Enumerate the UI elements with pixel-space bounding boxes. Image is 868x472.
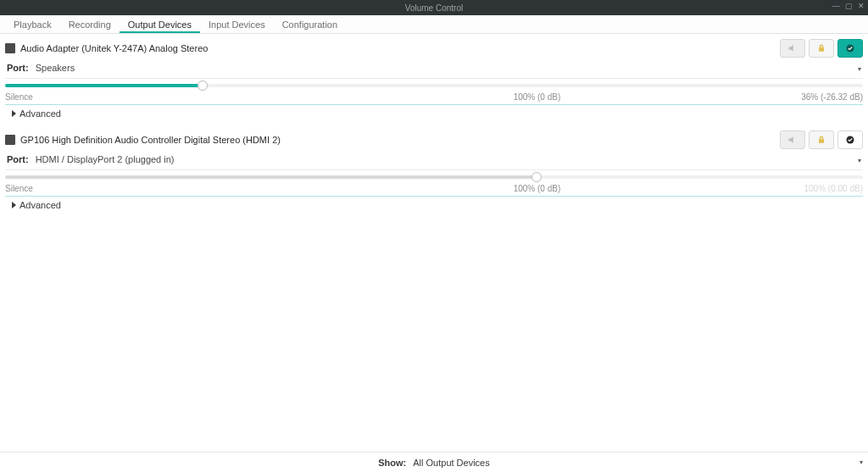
set-default-button[interactable] <box>837 39 863 58</box>
slider-base-label: 100% (0 dB) <box>514 92 561 102</box>
tab-output-devices[interactable]: Output Devices <box>120 15 200 33</box>
check-circle-icon <box>845 43 855 53</box>
footer-filter[interactable]: Show: All Output Devices ▾ <box>0 452 868 472</box>
advanced-label: Advanced <box>19 200 61 210</box>
slider-min-label: Silence <box>5 184 33 193</box>
audio-card-icon <box>5 135 15 145</box>
output-device: GP106 High Definition Audio Controller D… <box>0 125 868 217</box>
window-maximize-icon[interactable]: ▢ <box>845 2 853 10</box>
audio-card-icon <box>5 43 15 53</box>
volume-slider[interactable]: Silence 100% (0 dB) 100% (0.00 dB) <box>5 169 863 197</box>
tab-recording[interactable]: Recording <box>60 15 120 33</box>
chevron-down-icon[interactable]: ▾ <box>860 458 863 466</box>
mute-button[interactable] <box>780 39 805 58</box>
volume-mute-icon <box>787 43 798 53</box>
slider-min-label: Silence <box>5 92 33 102</box>
window-title: Volume Control <box>405 3 463 13</box>
device-title: GP106 High Definition Audio Controller D… <box>20 135 281 145</box>
show-value: All Output Devices <box>413 458 489 468</box>
window-close-icon[interactable]: ✕ <box>858 2 865 10</box>
tabbar: Playback Recording Output Devices Input … <box>0 15 868 34</box>
port-label: Port: <box>7 63 29 73</box>
slider-value-label: 100% (0.00 dB) <box>804 184 864 193</box>
port-value: HDMI / DisplayPort 2 (plugged in) <box>36 154 175 164</box>
set-default-button[interactable] <box>837 130 863 149</box>
advanced-expander[interactable]: Advanced <box>5 197 863 217</box>
triangle-right-icon <box>12 202 16 208</box>
lock-icon <box>816 43 826 53</box>
lock-channels-button[interactable] <box>809 130 834 149</box>
port-selector[interactable]: Port: Speakers ▾ <box>5 59 863 76</box>
port-label: Port: <box>7 154 29 164</box>
port-value: Speakers <box>36 63 75 73</box>
tab-playback[interactable]: Playback <box>5 15 60 33</box>
show-label: Show: <box>378 458 406 468</box>
device-title: Audio Adapter (Unitek Y-247A) Analog Ste… <box>20 43 208 53</box>
tab-input-devices[interactable]: Input Devices <box>200 15 274 33</box>
advanced-expander[interactable]: Advanced <box>5 105 863 125</box>
lock-channels-button[interactable] <box>809 39 834 58</box>
mute-button[interactable] <box>780 130 805 149</box>
check-circle-icon <box>845 135 855 145</box>
advanced-label: Advanced <box>19 108 61 119</box>
chevron-down-icon[interactable]: ▾ <box>858 157 861 164</box>
volume-mute-icon <box>787 135 798 145</box>
chevron-down-icon[interactable]: ▾ <box>858 65 861 73</box>
slider-value-label: 36% (-26.32 dB) <box>801 92 863 102</box>
slider-base-label: 100% (0 dB) <box>514 184 561 193</box>
tab-configuration[interactable]: Configuration <box>274 15 346 33</box>
lock-icon <box>816 135 826 145</box>
triangle-right-icon <box>12 110 16 117</box>
output-device: Audio Adapter (Unitek Y-247A) Analog Ste… <box>0 34 868 125</box>
window-minimize-icon[interactable]: — <box>832 2 840 10</box>
port-selector[interactable]: Port: HDMI / DisplayPort 2 (plugged in) … <box>5 151 863 168</box>
window-titlebar: Volume Control — ▢ ✕ <box>0 0 868 15</box>
slider-thumb[interactable] <box>198 81 208 91</box>
slider-thumb[interactable] <box>531 172 542 182</box>
volume-slider[interactable]: Silence 100% (0 dB) 36% (-26.32 dB) <box>5 78 863 105</box>
